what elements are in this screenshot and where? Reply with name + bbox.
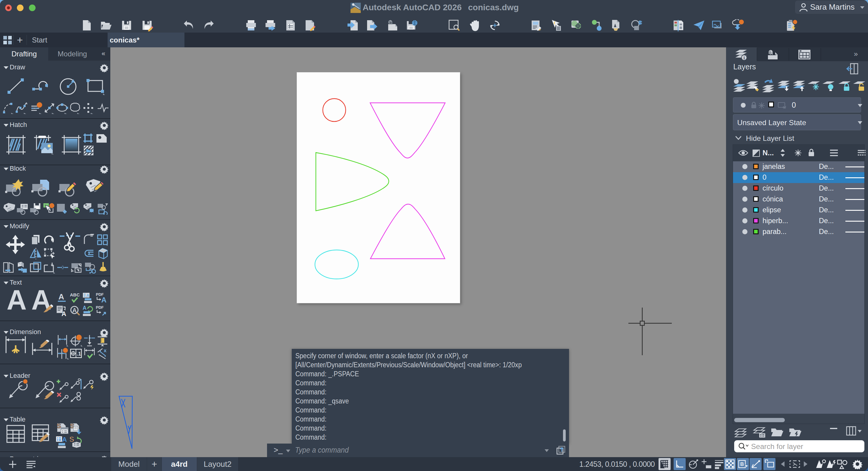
svg-text:A: A	[61, 310, 66, 317]
svg-text:A: A	[86, 293, 90, 298]
svg-text:S: S	[69, 436, 74, 443]
svg-text:A: A	[83, 305, 87, 311]
svg-text:A: A	[72, 307, 76, 314]
svg-text:B: B	[740, 461, 744, 467]
svg-text:A: A	[101, 296, 106, 304]
svg-text:.1: .1	[77, 351, 81, 356]
svg-text:ABC: ABC	[70, 292, 80, 297]
svg-text:x: x	[104, 348, 107, 353]
svg-text:S: S	[57, 423, 61, 430]
svg-text:A: A	[59, 292, 64, 301]
svg-text:i: i	[744, 55, 745, 60]
svg-text:PDF: PDF	[96, 305, 104, 310]
svg-text:A: A	[62, 436, 67, 443]
